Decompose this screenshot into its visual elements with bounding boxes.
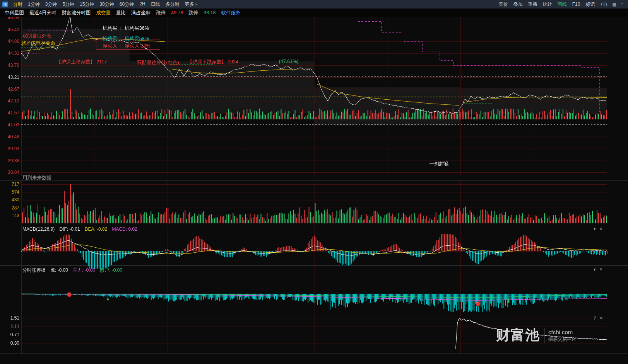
main-y-label: 45.40 [2, 27, 19, 32]
zt-indicator-header: 分时涨停板虎: -0.00主力: -0.00散户: -0.00 [22, 267, 122, 274]
zt-header-part-1: 虎: -0.00 [50, 267, 68, 274]
header-item-8: 跌停 [188, 10, 198, 16]
macd-header-part-3: MACD: 0.02 [112, 226, 137, 232]
toolbar-action-5[interactable]: F10 [570, 2, 583, 7]
toolbar-item-3[interactable]: 5分钟 [60, 1, 77, 8]
volume-y-label: 717 [2, 182, 19, 187]
volume-y-label: 574 [2, 189, 19, 195]
toolbar-item-9[interactable]: 多分时 [163, 1, 182, 8]
toolbar-item-6[interactable]: 60分钟 [117, 1, 137, 8]
header-item-1: 最近4日分时 [29, 10, 56, 16]
main-y-label: 44.31 [2, 51, 19, 56]
toolbar-item-7[interactable]: 2H [137, 1, 148, 8]
toolbar-action-0[interactable]: 竞价 [496, 1, 511, 8]
header-item-4[interactable]: 量比 [116, 10, 126, 16]
toolbar-action-1[interactable]: 叠加 [511, 1, 525, 8]
main-y-label: 40.48 [2, 134, 19, 139]
top-toolbar: 图 分时1分钟3分钟5分钟15分钟30分钟60分钟2H日线多分时更多 › 竞价叠… [0, 0, 628, 9]
annotation-8: (47.61%) [279, 59, 299, 64]
annotation-2: 机构买 ： 机构买36% [103, 25, 149, 32]
macd-collapse-icon[interactable]: ▾ [594, 226, 596, 231]
toolbar-item-1[interactable]: 1分钟 [25, 1, 43, 8]
zt-collapse-icon[interactable]: ▾ [594, 267, 596, 272]
header-item-5[interactable]: 满占坐标 [131, 10, 151, 16]
header-item-3[interactable]: 成交量 [96, 10, 111, 16]
main-y-label: 39.38 [2, 158, 19, 163]
macd-header-part-2: DEA: -0.02 [85, 226, 108, 232]
period-tabs: 分时1分钟3分钟5分钟15分钟30分钟60分钟2H日线多分时更多 › [10, 1, 200, 8]
volume-y-label: 143 [2, 213, 19, 218]
zt-header-part-0: 分时涨停板 [22, 267, 46, 274]
toolbar-action-4[interactable]: 画线 [555, 1, 570, 8]
chart-canvas[interactable] [0, 0, 628, 364]
volume-y-label: 430 [2, 197, 19, 202]
main-y-label: 41.57 [2, 110, 19, 116]
main-y-label: 43.76 [2, 63, 19, 68]
macd-close-icon[interactable]: ✕ [599, 226, 603, 231]
future-data-note: 用到未来数据 [22, 175, 51, 181]
header-item-7: 49.78 [171, 10, 183, 15]
annotation-3: 机构卖 ： 机构卖58% [103, 36, 149, 42]
main-y-label: 41.03 [2, 122, 19, 128]
watermark-domain: cfchi.com [548, 328, 576, 336]
toolbar-action-6[interactable]: 标记 [583, 1, 597, 8]
zt-close-icon[interactable]: ✕ [599, 267, 603, 272]
toolbar-item-8[interactable]: 日线 [148, 1, 163, 8]
sub-pane-controls: ?✕ [594, 316, 603, 321]
annotation-9: 一剑封喉 [430, 161, 449, 167]
toolbar-item-2[interactable]: 3分钟 [43, 1, 60, 8]
watermark-divider [544, 328, 544, 343]
toolbar-action-2[interactable]: 重播 [525, 1, 540, 8]
sub-y-label: 0.30 [2, 340, 19, 346]
app-window: 图 分时1分钟3分钟5分钟15分钟30分钟60分钟2H日线多分时更多 › 竞价叠… [0, 0, 628, 364]
watermark-tagline: 指标交易平台 [548, 336, 576, 342]
header-item-2: 财富池分时图 [62, 10, 91, 16]
sub-y-label: 1.51 [2, 315, 19, 321]
toolbar-action-3[interactable]: 统计 [540, 1, 555, 8]
annotation-4: 净买入 ： 净买入-22% [103, 43, 151, 49]
sub-y-label: 0.71 [2, 332, 19, 337]
panel-grid-icon[interactable]: ▦ [610, 2, 618, 7]
macd-header: MACD(12,26,9)DIF: -0.01DEA: -0.02MACD: 0… [22, 226, 137, 232]
toolbar-right-actions: 竞价叠加重播统计画线F10标记+自 [496, 1, 611, 8]
zt-header-part-2: 主力: -0.00 [73, 267, 95, 274]
annotation-1: 就差闪电不要命 [21, 40, 55, 47]
chart-header: 中科星图最近4日分时财富池分时图成交量量比满占坐标涨停49.78跌停33.18软… [0, 9, 628, 17]
zt-pane-controls: ▾✕ [594, 267, 603, 272]
toolbar-item-4[interactable]: 15分钟 [77, 1, 97, 8]
main-y-label: 42.67 [2, 87, 19, 92]
watermark-brand: 财富池 [496, 326, 540, 345]
main-y-label: 38.84 [2, 170, 19, 175]
main-y-label: 44.86 [2, 39, 19, 44]
sub-help-icon[interactable]: ? [594, 316, 596, 321]
collapse-icon[interactable]: ⌃ [618, 2, 626, 7]
macd-header-part-1: DIF: -0.01 [59, 226, 80, 232]
header-item-6: 涨停 [156, 10, 166, 16]
main-y-label: 43.21 [2, 75, 19, 80]
macd-pane-controls: ▾✕ [594, 226, 603, 231]
annotation-6: 双阴量往外吐(红色) [137, 60, 179, 66]
header-item-10[interactable]: 软件服务 [221, 10, 241, 16]
main-y-label: 42.12 [2, 98, 19, 104]
toolbar-action-7[interactable]: +自 [597, 1, 610, 8]
annotation-7: 【沪深下跌家数】:1924 [188, 59, 238, 65]
volume-y-label: 287 [2, 205, 19, 211]
sub-close-icon[interactable]: ✕ [599, 316, 603, 321]
sub-y-label: 1.11 [2, 324, 19, 329]
toolbar-item-10[interactable]: 更多 › [182, 1, 199, 8]
zt-header-part-3: 散户: -0.00 [100, 267, 122, 274]
toolbar-item-0[interactable]: 分时 [10, 1, 25, 8]
main-y-label: 39.93 [2, 146, 19, 151]
annotation-0: 双阴量往外吐 [22, 33, 51, 39]
toolbar-item-5[interactable]: 30分钟 [97, 1, 116, 8]
annotation-5: 【沪深上涨家数】:2117 [56, 59, 107, 65]
header-item-9: 33.18 [204, 10, 216, 15]
watermark: 财富池 cfchi.com 指标交易平台 [496, 326, 576, 345]
app-icon[interactable]: 图 [2, 2, 8, 7]
header-item-0: 中科星图 [5, 10, 24, 16]
macd-header-part-0: MACD(12,26,9) [22, 226, 55, 232]
